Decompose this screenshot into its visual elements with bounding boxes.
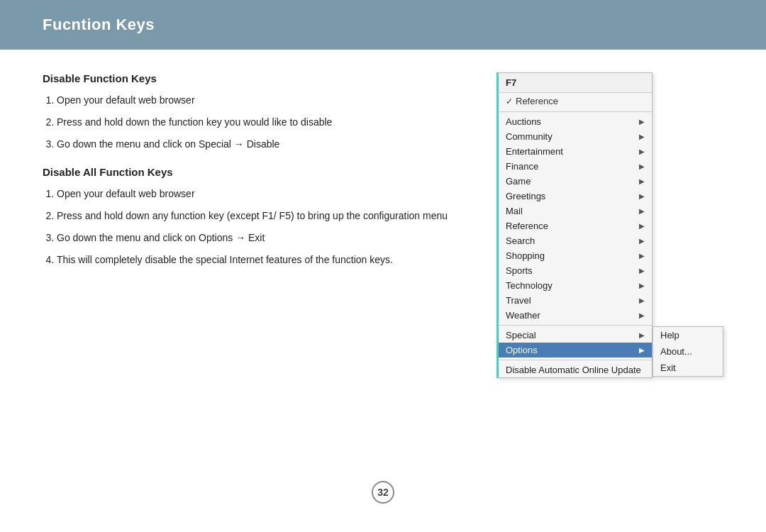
section1-list: Open your default web browser Press and … xyxy=(43,93,468,152)
section2-title: Disable All Function Keys xyxy=(43,166,468,178)
check-icon: ✓ xyxy=(506,96,513,106)
menu-item-special[interactable]: Special ▶ xyxy=(499,328,652,343)
list-item: This will completely disable the special… xyxy=(57,253,468,267)
arrow-icon: ▶ xyxy=(639,252,645,260)
options-submenu: Help About... Exit xyxy=(653,326,723,377)
menu-container: F7 ✓Reference Auctions ▶ Community ▶ xyxy=(496,72,653,378)
content-area: Disable Function Keys Open your default … xyxy=(43,70,723,468)
page-number-container: 32 xyxy=(43,481,723,504)
section1-title: Disable Function Keys xyxy=(43,72,468,84)
right-column: F7 ✓Reference Auctions ▶ Community ▶ xyxy=(496,70,723,468)
arrow-icon: ▶ xyxy=(639,118,645,126)
submenu-item-about[interactable]: About... xyxy=(653,343,723,360)
menu-item-reference[interactable]: Reference ▶ xyxy=(499,218,652,233)
list-item: Open your default web browser xyxy=(57,93,468,108)
list-item: Open your default web browser xyxy=(57,187,468,201)
menu-item-technology[interactable]: Technology ▶ xyxy=(499,278,652,293)
menu-divider xyxy=(499,111,652,112)
arrow-icon: ▶ xyxy=(639,192,645,200)
arrow-icon: ▶ xyxy=(639,162,645,170)
page: Fucntion Keys Disable Function Keys Open… xyxy=(0,0,766,532)
menu-item-travel[interactable]: Travel ▶ xyxy=(499,293,652,308)
section2-list: Open your default web browser Press and … xyxy=(43,187,468,267)
menu-item-options[interactable]: Options ▶ xyxy=(499,343,652,358)
arrow-icon: ▶ xyxy=(639,148,645,155)
arrow-icon: ▶ xyxy=(639,297,645,304)
arrow-icon: ▶ xyxy=(639,267,645,275)
submenu-item-exit[interactable]: Exit xyxy=(653,360,723,376)
list-item: Go down the menu and click on Special → … xyxy=(57,137,468,152)
arrow-icon: ▶ xyxy=(639,311,645,319)
page-title: Fucntion Keys xyxy=(43,16,723,34)
menu-item-community[interactable]: Community ▶ xyxy=(499,129,652,144)
menu-divider3 xyxy=(499,360,652,360)
f7-menu: F7 ✓Reference Auctions ▶ Community ▶ xyxy=(496,72,653,378)
arrow-icon: ▶ xyxy=(639,133,645,140)
left-column: Disable Function Keys Open your default … xyxy=(43,70,468,468)
menu-f7-header: F7 xyxy=(499,73,652,93)
menu-item-disable-update[interactable]: Disable Automatic Online Update xyxy=(499,362,652,377)
menu-item-game[interactable]: Game ▶ xyxy=(499,174,652,189)
menu-item-search[interactable]: Search ▶ xyxy=(499,233,652,248)
menu-item-sports[interactable]: Sports ▶ xyxy=(499,263,652,278)
arrow-icon: ▶ xyxy=(639,207,645,215)
arrow-icon: ▶ xyxy=(639,222,645,230)
menu-item-weather[interactable]: Weather ▶ xyxy=(499,308,652,323)
menu-divider2 xyxy=(499,325,652,326)
menu-item-finance[interactable]: Finance ▶ xyxy=(499,159,652,174)
page-number: 32 xyxy=(372,481,394,504)
arrow-icon: ▶ xyxy=(639,237,645,245)
arrow-icon: ▶ xyxy=(639,346,645,354)
arrow-icon: ▶ xyxy=(639,177,645,185)
arrow-icon: ▶ xyxy=(639,331,645,339)
menu-item-entertainment[interactable]: Entertainment ▶ xyxy=(499,144,652,159)
page-header: Fucntion Keys xyxy=(0,0,766,50)
menu-reference-checked: ✓Reference xyxy=(499,93,652,109)
list-item: Press and hold down any function key (ex… xyxy=(57,209,468,223)
menu-item-shopping[interactable]: Shopping ▶ xyxy=(499,248,652,263)
menu-item-greetings[interactable]: Greetings ▶ xyxy=(499,189,652,204)
menu-item-mail[interactable]: Mail ▶ xyxy=(499,204,652,218)
arrow-icon: ▶ xyxy=(639,282,645,289)
list-item: Press and hold down the function key you… xyxy=(57,115,468,130)
menu-item-auctions[interactable]: Auctions ▶ xyxy=(499,114,652,129)
list-item: Go down the menu and click on Options → … xyxy=(57,231,468,245)
submenu-item-help[interactable]: Help xyxy=(653,327,723,343)
